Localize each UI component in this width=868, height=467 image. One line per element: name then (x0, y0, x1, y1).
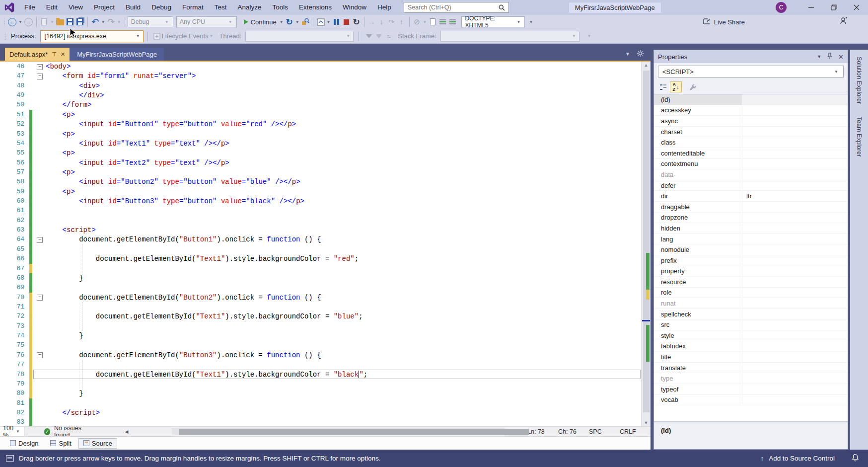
code-line-57[interactable]: 57 <p> (0, 167, 651, 177)
tab-team-explorer[interactable]: Team Explorer (856, 117, 863, 157)
property-row-hidden[interactable]: hidden (654, 223, 848, 234)
solution-configuration-select[interactable]: Debug▼ (128, 16, 173, 27)
breakpoints-icon[interactable]: ⊘ (412, 16, 422, 27)
code-line-47[interactable]: 47− <form id="form1" runat="server"> (0, 71, 651, 80)
toolbar-grip[interactable]: ⋮⋮ (3, 33, 8, 40)
code-line-72[interactable]: 72 document.getElementById("Text1").styl… (0, 311, 651, 321)
code-line-71[interactable]: 71 (0, 302, 651, 311)
menu-analyze[interactable]: Analyze (232, 0, 267, 15)
code-line-60[interactable]: 60 <input id="Button3" type="button" val… (0, 196, 651, 206)
column-indicator[interactable]: Ch: 76 (558, 428, 589, 435)
code-line-63[interactable]: 63 <script> (0, 225, 651, 234)
close-button[interactable] (845, 0, 868, 15)
horizontal-scrollbar[interactable] (172, 428, 506, 435)
browser-preview-button[interactable] (316, 16, 326, 27)
code-line-50[interactable]: 50 </form> (0, 100, 651, 109)
close-panel-icon[interactable]: ✕ (838, 53, 844, 61)
toolbar-overflow[interactable]: ▼ (528, 20, 534, 24)
menu-format[interactable]: Format (177, 0, 209, 15)
new-file-dropdown[interactable]: ▼ (49, 20, 55, 24)
code-line-61[interactable]: 61 (0, 206, 651, 215)
menu-debug[interactable]: Debug (146, 0, 177, 15)
menu-help[interactable]: Help (372, 0, 397, 15)
navigate-back-dropdown[interactable]: ▼ (17, 20, 23, 24)
menu-build[interactable]: Build (120, 0, 146, 15)
property-row-vocab[interactable]: vocab (654, 395, 848, 406)
code-line-81[interactable]: 81 (0, 398, 651, 408)
code-line-77[interactable]: 77 (0, 360, 651, 369)
navigate-back-button[interactable]: ← (7, 16, 17, 27)
continue-button[interactable]: Continue (242, 18, 279, 26)
tab-default-aspx[interactable]: Default.aspx* ⊤ ✕ (5, 48, 70, 61)
code-line-80[interactable]: 80 } (0, 389, 651, 398)
property-row-lang[interactable]: lang (654, 234, 848, 245)
scroll-up-icon[interactable]: ▲ (642, 63, 651, 68)
save-button[interactable] (65, 16, 75, 27)
property-row-defer[interactable]: defer (654, 180, 848, 191)
close-tab-icon[interactable]: ✕ (61, 51, 65, 58)
refresh-button[interactable]: ↻ (352, 16, 362, 27)
vertical-scrollbar[interactable]: ▲ ▼ (641, 62, 651, 426)
property-row-contextmenu[interactable]: contextmenu (654, 159, 848, 170)
stack-frame-select[interactable]: ▼ (440, 31, 579, 42)
new-file-button[interactable] (39, 16, 49, 27)
menu-test[interactable]: Test (209, 0, 232, 15)
property-row-charset[interactable]: charset (654, 127, 848, 138)
solution-platform-select[interactable]: Any CPU▼ (176, 16, 237, 27)
window-options-icon[interactable] (637, 50, 644, 58)
search-input[interactable] (408, 4, 499, 11)
property-row-role[interactable]: role (654, 288, 848, 299)
property-row-data-[interactable]: data- (654, 169, 848, 180)
toolbar-grip[interactable]: ⋮⋮ (2, 18, 7, 25)
code-line-46[interactable]: 46−<body> (0, 62, 651, 71)
step-into-icon[interactable]: ↓ (377, 16, 387, 27)
add-to-source-control-button[interactable]: Add to Source Control (769, 455, 835, 462)
property-row-type[interactable]: type (654, 373, 848, 384)
property-row-draggable[interactable]: draggable (654, 202, 848, 213)
scroll-down-icon[interactable]: ▼ (642, 420, 651, 425)
menu-project[interactable]: Project (88, 0, 120, 15)
save-all-button[interactable] (75, 16, 85, 27)
line-ending-indicator[interactable]: CRLF (620, 428, 651, 435)
zoom-select[interactable]: 100 %▼ (0, 427, 24, 436)
menu-file[interactable]: File (19, 0, 41, 15)
property-row-tabIndex[interactable]: tabIndex (654, 341, 848, 352)
doctype-select[interactable]: DOCTYPE: XHTML5▼ (461, 16, 525, 27)
code-editor[interactable]: 46−<body>47− <form id="form1" runat="ser… (0, 61, 651, 426)
property-row-resource[interactable]: resource (654, 277, 848, 288)
property-row-dir[interactable]: dirltr (654, 191, 848, 202)
code-line-48[interactable]: 48 <div> (0, 81, 651, 90)
code-line-64[interactable]: 64− document.getElementById("Button1").o… (0, 234, 651, 244)
fold-toggle-icon[interactable]: − (37, 237, 43, 243)
undo-button[interactable]: ↶ (90, 16, 100, 27)
hscroll-left-icon[interactable]: ◀ (123, 429, 130, 434)
property-row-nomodule[interactable]: nomodule (654, 244, 848, 255)
code-line-75[interactable]: 75 (0, 340, 651, 350)
feedback-icon[interactable] (839, 16, 848, 27)
code-line-68[interactable]: 68 } (0, 273, 651, 283)
code-line-49[interactable]: 49 </div> (0, 90, 651, 100)
code-line-78[interactable]: 78 document.getElementById("Text1").styl… (0, 370, 651, 379)
fold-toggle-icon[interactable]: − (37, 74, 43, 79)
filter-icon[interactable] (366, 34, 372, 38)
restore-button[interactable] (822, 0, 845, 15)
property-row-prefix[interactable]: prefix (654, 255, 848, 266)
property-row-dropzone[interactable]: dropzone (654, 213, 848, 224)
procbar-overflow[interactable]: ▼ (586, 34, 592, 38)
property-row-accesskey[interactable]: accesskey (654, 105, 848, 116)
spaces-indicator[interactable]: SPC (589, 428, 620, 435)
property-row-title[interactable]: title (654, 352, 848, 363)
format-document-icon[interactable] (437, 16, 447, 27)
property-pages-icon[interactable] (687, 81, 699, 92)
alphabetical-sort-icon[interactable]: AZ↓ (670, 81, 682, 92)
code-line-82[interactable]: 82 </script> (0, 408, 651, 417)
flag-threads-icon[interactable]: ≈ (384, 31, 394, 42)
restart-dropdown[interactable]: ▼ (294, 20, 300, 24)
search-box[interactable] (404, 2, 509, 13)
menu-edit[interactable]: Edit (41, 0, 63, 15)
property-row-contenteditable[interactable]: contenteditable (654, 148, 848, 159)
selected-element-select[interactable]: <SCRIPT>▼ (658, 66, 844, 78)
tab-myfirstjavascriptwebpage[interactable]: MyFirsrJavaScriptWebPage (70, 48, 164, 61)
code-line-62[interactable]: 62 (0, 216, 651, 225)
menu-extensions[interactable]: Extensions (293, 0, 337, 15)
